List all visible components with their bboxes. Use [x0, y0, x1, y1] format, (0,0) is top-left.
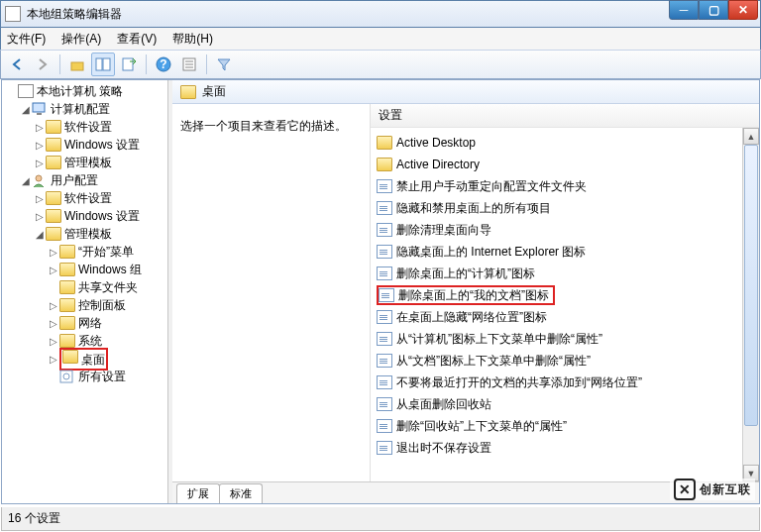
back-button[interactable]: [5, 53, 29, 76]
status-text: 16 个设置: [8, 510, 60, 527]
tree-label: Windows 设置: [64, 208, 140, 225]
policy-icon: [18, 84, 34, 98]
collapse-icon[interactable]: ◢: [20, 175, 32, 186]
scroll-track[interactable]: [743, 145, 759, 465]
close-button[interactable]: ✕: [728, 0, 758, 20]
tree-item[interactable]: ▷软件设置: [4, 118, 167, 136]
tree-panel[interactable]: 本地计算机 策略 ◢计算机配置 ▷软件设置 ▷Windows 设置 ▷管理模板 …: [2, 80, 168, 503]
maximize-button[interactable]: ▢: [699, 0, 728, 20]
svg-rect-13: [60, 371, 72, 382]
minimize-button[interactable]: ─: [669, 0, 699, 20]
tree-label: 网络: [78, 315, 102, 332]
folder-icon: [59, 280, 75, 294]
tree-item[interactable]: 共享文件夹: [4, 278, 167, 296]
scroll-up-button[interactable]: ▲: [743, 128, 759, 145]
forward-button[interactable]: [31, 53, 54, 76]
settings-item[interactable]: 从“文档”图标上下文菜单中删除“属性”: [371, 350, 742, 372]
settings-item[interactable]: 从“计算机”图标上下文菜单中删除“属性”: [371, 328, 742, 350]
settings-item[interactable]: Active Desktop: [371, 132, 742, 154]
tree-computer-config[interactable]: ◢计算机配置: [4, 100, 167, 118]
filter-button[interactable]: [212, 53, 236, 76]
menubar: 文件(F) 操作(A) 查看(V) 帮助(H): [0, 28, 761, 50]
setting-icon: [377, 354, 392, 368]
collapse-icon[interactable]: ◢: [20, 104, 32, 115]
expand-icon[interactable]: ▷: [34, 211, 46, 222]
settings-item-label: 隐藏和禁用桌面上的所有项目: [396, 200, 551, 217]
settings-item-label: 在桌面上隐藏“网络位置”图标: [396, 309, 547, 326]
menu-action[interactable]: 操作(A): [61, 31, 101, 48]
expand-icon[interactable]: ▷: [48, 336, 59, 347]
settings-item[interactable]: 隐藏桌面上的 Internet Explorer 图标: [371, 241, 742, 263]
tree-label: “开始”菜单: [78, 244, 134, 261]
svg-rect-3: [123, 58, 133, 70]
settings-item[interactable]: 不要将最近打开的文档的共享添加到“网络位置”: [371, 372, 742, 393]
tree-item[interactable]: ▷控制面板: [4, 296, 167, 314]
settings-item[interactable]: 在桌面上隐藏“网络位置”图标: [371, 306, 742, 328]
tab-extended[interactable]: 扩展: [176, 483, 220, 503]
tree-user-config[interactable]: ◢用户配置: [4, 171, 167, 189]
setting-icon: [377, 310, 392, 324]
expand-icon[interactable]: ▷: [34, 158, 46, 168]
tab-standard[interactable]: 标准: [219, 483, 263, 503]
menu-help[interactable]: 帮助(H): [172, 31, 213, 48]
computer-icon: [32, 102, 48, 116]
toolbar-separator: [59, 54, 60, 74]
tree-label: Windows 设置: [64, 137, 140, 154]
watermark: ✕ 创新互联: [670, 479, 755, 500]
tree-item-desktop[interactable]: ▷桌面: [4, 350, 167, 368]
expand-icon[interactable]: ▷: [48, 300, 59, 311]
expand-icon[interactable]: ▷: [48, 354, 59, 365]
settings-item[interactable]: 禁止用户手动重定向配置文件文件夹: [371, 175, 742, 197]
svg-rect-11: [37, 113, 42, 115]
tree-item[interactable]: ◢管理模板: [4, 225, 167, 243]
settings-item[interactable]: 删除桌面上的“计算机”图标: [371, 263, 742, 284]
export-button[interactable]: [117, 53, 141, 76]
tree-item[interactable]: ▷Windows 设置: [4, 136, 167, 154]
tree-item[interactable]: ▷Windows 设置: [4, 207, 167, 225]
list-column-header[interactable]: 设置: [371, 104, 759, 128]
settings-item-label: 从“计算机”图标上下文菜单中删除“属性”: [396, 331, 602, 348]
settings-item[interactable]: 删除清理桌面向导: [371, 219, 742, 241]
tree-item[interactable]: ▷“开始”菜单: [4, 243, 167, 261]
expand-icon[interactable]: ▷: [48, 265, 59, 275]
expand-icon[interactable]: ▷: [34, 122, 46, 133]
tree-label: 计算机配置: [51, 101, 110, 118]
collapse-icon[interactable]: ◢: [34, 229, 46, 240]
settings-item[interactable]: 删除“回收站”上下文菜单的“属性”: [371, 415, 742, 437]
settings-list[interactable]: Active DesktopActive Directory禁止用户手动重定向配…: [371, 128, 742, 481]
setting-icon: [377, 245, 392, 259]
vertical-scrollbar[interactable]: ▲ ▼: [742, 128, 759, 481]
setting-icon: [377, 223, 392, 237]
list-column: 设置 Active DesktopActive Directory禁止用户手动重…: [371, 104, 759, 481]
scroll-thumb[interactable]: [744, 145, 758, 426]
expand-icon[interactable]: ▷: [48, 318, 59, 329]
tree-item[interactable]: ▷管理模板: [4, 154, 167, 171]
folder-icon: [46, 191, 61, 205]
main-body: 选择一个项目来查看它的描述。 设置 Active DesktopActive D…: [172, 104, 759, 481]
window-title: 本地组策略编辑器: [27, 6, 122, 23]
tree-label: 管理模板: [64, 155, 112, 171]
settings-item[interactable]: 从桌面删除回收站: [371, 393, 742, 415]
tree-item[interactable]: 所有设置: [4, 368, 167, 385]
up-button[interactable]: [65, 53, 89, 76]
tree-item[interactable]: ▷软件设置: [4, 189, 167, 207]
properties-button[interactable]: [177, 53, 201, 76]
help-button[interactable]: ?: [152, 53, 175, 76]
tree-item[interactable]: ▷网络: [4, 314, 167, 332]
settings-item-label: 不要将最近打开的文档的共享添加到“网络位置”: [396, 374, 642, 391]
menu-view[interactable]: 查看(V): [117, 31, 157, 48]
settings-item[interactable]: 删除桌面上的“我的文档”图标: [371, 284, 742, 306]
expand-icon[interactable]: ▷: [34, 193, 46, 204]
tree-item[interactable]: ▷Windows 组: [4, 261, 167, 278]
tree-root[interactable]: 本地计算机 策略: [4, 82, 167, 100]
show-hide-tree-button[interactable]: [91, 53, 115, 76]
menu-file[interactable]: 文件(F): [7, 31, 46, 48]
expand-icon[interactable]: ▷: [34, 140, 46, 151]
setting-icon: [377, 332, 392, 346]
expand-icon[interactable]: ▷: [48, 247, 59, 258]
settings-item[interactable]: Active Directory: [371, 154, 742, 175]
settings-item[interactable]: 退出时不保存设置: [371, 437, 742, 459]
folder-icon: [59, 316, 75, 330]
setting-icon: [379, 288, 394, 302]
settings-item[interactable]: 隐藏和禁用桌面上的所有项目: [371, 197, 742, 219]
